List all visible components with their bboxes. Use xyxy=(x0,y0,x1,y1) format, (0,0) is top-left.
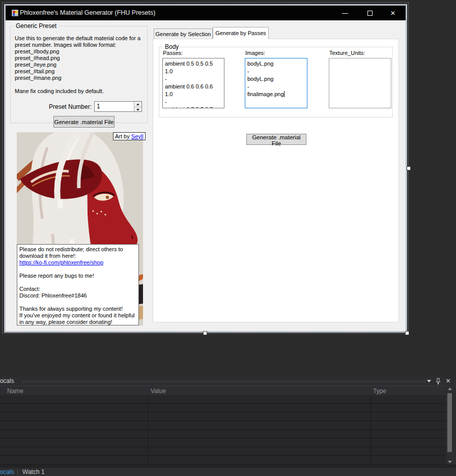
locals-panel: Locals ✕ Name Value Type Locals Wat xyxy=(0,376,456,476)
column-divider xyxy=(148,395,149,464)
locals-grid[interactable] xyxy=(0,395,446,464)
scroll-up-icon[interactable] xyxy=(448,388,452,390)
table-row[interactable] xyxy=(0,430,446,438)
generic-preset-title: Generic Preset xyxy=(14,22,58,29)
images-textbox[interactable]: bodyL.png - bodyL.png - finalimage.png xyxy=(245,58,307,108)
preset-number-value: 1 xyxy=(97,103,100,110)
generate-by-passes-page: Body Passes: ambient 0.5 0.5 0.5 1.0 - a… xyxy=(153,39,399,322)
window-title: Phloxenfree's Material Generator (FHU Pr… xyxy=(20,9,155,16)
locals-titlebar[interactable]: Locals ✕ xyxy=(0,376,456,385)
images-label: Images: xyxy=(245,50,265,56)
preset-number-stepper xyxy=(134,102,141,111)
notice-p1: Please do not redistribute; direct other… xyxy=(19,246,136,259)
column-header-value[interactable]: Value xyxy=(151,388,166,395)
scrollbar-thumb[interactable] xyxy=(447,393,452,452)
scroll-down-icon[interactable] xyxy=(448,461,452,463)
resize-handle-right[interactable] xyxy=(407,166,411,170)
tab-generate-by-selection[interactable]: Generate by Selection xyxy=(154,28,213,39)
generic-preset-description: Use this to generate the default materia… xyxy=(15,35,144,81)
notice-p2: Please report any bugs to me! xyxy=(19,273,136,279)
locals-header-row: Name Value Type xyxy=(0,385,446,395)
passes-listbox[interactable]: ambient 0.5 0.5 0.5 1.0 - ambient 0.6 0.… xyxy=(162,58,224,108)
close-icon: ✕ xyxy=(445,377,450,384)
generate-material-button-right[interactable]: Generate .material File xyxy=(246,134,306,145)
texture-units-label: Texture_Units: xyxy=(329,50,365,56)
titlebar[interactable]: Phloxenfree's Material Generator (FHU Pr… xyxy=(6,6,406,20)
table-row[interactable] xyxy=(0,421,446,430)
table-row[interactable] xyxy=(0,412,446,421)
minimize-button[interactable]: — xyxy=(337,9,353,18)
tab-watch-1[interactable]: Watch 1 xyxy=(22,468,45,475)
window-position-button[interactable] xyxy=(425,377,433,384)
tab-locals[interactable]: Locals xyxy=(0,468,14,475)
stepper-down-button[interactable] xyxy=(134,107,141,112)
locals-title: Locals xyxy=(0,377,14,384)
stepper-up-button[interactable] xyxy=(134,102,141,107)
art-credit-link[interactable]: Seyll xyxy=(131,133,144,139)
vertical-scrollbar[interactable] xyxy=(446,386,453,464)
close-panel-button[interactable]: ✕ xyxy=(444,377,452,384)
art-credit-text: Art by xyxy=(115,133,131,139)
tab-divider xyxy=(17,469,18,475)
resize-handle-bottom[interactable] xyxy=(203,331,207,335)
resize-handle-bottom-right[interactable] xyxy=(405,331,409,335)
maximize-icon xyxy=(367,11,373,16)
chevron-down-icon xyxy=(427,380,431,382)
close-button[interactable]: ✕ xyxy=(385,9,401,18)
pin-button[interactable] xyxy=(434,377,442,384)
table-row[interactable] xyxy=(0,447,446,456)
maximize-button[interactable] xyxy=(362,9,378,18)
generate-material-button-left[interactable]: Generate .material File xyxy=(53,116,115,128)
passes-label: Passes: xyxy=(163,50,183,56)
app-icon xyxy=(12,10,18,16)
pin-icon xyxy=(435,378,441,384)
images-last-line: finalimage.png xyxy=(247,91,284,97)
notice-p4: Thanks for always supporting my content!… xyxy=(19,306,136,325)
images-text: bodyL.png - bodyL.png - xyxy=(247,60,305,91)
text-caret xyxy=(284,91,284,97)
body-group-title: Body xyxy=(163,43,180,50)
table-row[interactable] xyxy=(0,438,446,447)
texture-units-listbox[interactable] xyxy=(329,58,391,108)
table-row[interactable] xyxy=(0,395,446,404)
generic-preset-note: Mane fix coding included by default. xyxy=(15,88,104,94)
locals-tab-strip: Locals Watch 1 xyxy=(0,468,456,476)
column-header-type[interactable]: Type xyxy=(373,388,386,395)
column-header-name[interactable]: Name xyxy=(7,388,23,395)
notice-p3: Contact: Discord: Phloxenfree#1846 xyxy=(19,286,136,299)
drag-grip[interactable] xyxy=(22,380,426,383)
tab-generate-by-passes[interactable]: Generate by Passes xyxy=(213,27,269,39)
form-client-area: Generic Preset Use this to generate the … xyxy=(6,20,406,331)
kofi-link[interactable]: https://ko-fi.com/phloxenfree/shop xyxy=(19,259,103,265)
horizontal-scrollbar[interactable] xyxy=(0,464,456,468)
notice-textbox[interactable]: Please do not redistribute; direct other… xyxy=(17,244,139,325)
app-window: Phloxenfree's Material Generator (FHU Pr… xyxy=(4,4,407,333)
preset-number-input[interactable]: 1 xyxy=(94,101,142,112)
art-credit-label: Art by Seyll xyxy=(113,132,146,140)
preset-number-label: Preset Number: xyxy=(49,103,92,110)
column-divider xyxy=(370,395,371,464)
arrow-up-icon xyxy=(136,103,139,105)
arrow-down-icon xyxy=(136,109,139,111)
generic-preset-groupbox: Generic Preset Use this to generate the … xyxy=(10,26,148,123)
table-row[interactable] xyxy=(0,456,446,464)
table-row[interactable] xyxy=(0,404,446,412)
